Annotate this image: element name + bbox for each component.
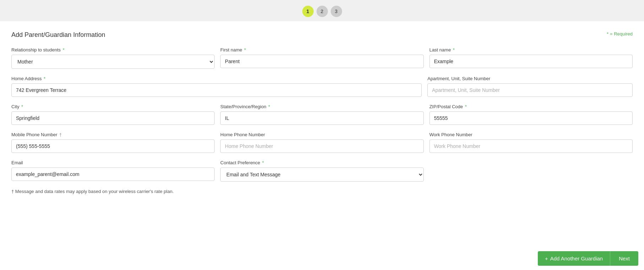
- relationship-label: Relationship to students *: [11, 47, 215, 53]
- work-phone-input[interactable]: [429, 139, 633, 153]
- first-name-required: *: [244, 47, 246, 53]
- home-phone-group: Home Phone Number: [220, 132, 423, 153]
- state-label: State/Province/Region *: [220, 104, 423, 109]
- step-3: 3: [331, 6, 342, 17]
- row-5: Email Contact Preference * Email and Tex…: [11, 160, 633, 182]
- add-guardian-button[interactable]: + Add Another Guardian: [538, 251, 610, 266]
- work-phone-label: Work Phone Number: [429, 132, 633, 137]
- row-1: Relationship to students * Mother Father…: [11, 47, 633, 69]
- state-required: *: [268, 104, 270, 109]
- first-name-group: First name *: [220, 47, 423, 69]
- row-3: City * State/Province/Region * ZIP/Posta…: [11, 104, 633, 125]
- zip-label: ZIP/Postal Code *: [429, 104, 633, 109]
- form-container: Add Parent/Guardian Information * = Requ…: [0, 21, 644, 270]
- home-phone-input[interactable]: [220, 139, 423, 153]
- contact-pref-required: *: [262, 160, 264, 165]
- email-group: Email: [11, 160, 215, 182]
- city-group: City *: [11, 104, 215, 125]
- state-group: State/Province/Region *: [220, 104, 423, 125]
- last-name-input[interactable]: [429, 55, 633, 68]
- apt-group: Apartment, Unit, Suite Number: [427, 76, 633, 97]
- form-header: Add Parent/Guardian Information * = Requ…: [11, 31, 633, 39]
- mobile-group: Mobile Phone Number †: [11, 132, 215, 153]
- mobile-dagger: †: [59, 132, 62, 137]
- city-required: *: [21, 104, 23, 109]
- next-button[interactable]: Next: [610, 251, 638, 266]
- row-2: Home Address * Apartment, Unit, Suite Nu…: [11, 76, 633, 97]
- home-address-label: Home Address *: [11, 76, 422, 81]
- contact-pref-select[interactable]: Email and Text Message Email Only Text M…: [220, 167, 423, 182]
- home-address-group: Home Address *: [11, 76, 422, 97]
- first-name-input[interactable]: [220, 55, 423, 68]
- relationship-select[interactable]: Mother Father Guardian Other: [11, 55, 215, 69]
- step-indicator: 1 2 3: [302, 0, 342, 21]
- row-4: Mobile Phone Number † Home Phone Number …: [11, 132, 633, 153]
- zip-required: *: [465, 104, 467, 109]
- page-title: Add Parent/Guardian Information: [11, 31, 105, 39]
- add-guardian-label: Add Another Guardian: [550, 255, 603, 261]
- mobile-input[interactable]: [11, 139, 215, 153]
- work-phone-group: Work Phone Number: [429, 132, 633, 153]
- apt-input[interactable]: [427, 83, 633, 97]
- zip-input[interactable]: [429, 111, 633, 125]
- email-input[interactable]: [11, 167, 215, 181]
- last-name-label: Last name *: [429, 47, 633, 53]
- email-label: Email: [11, 160, 215, 165]
- disclaimer: † Message and data rates may apply based…: [11, 189, 633, 194]
- plus-icon: +: [545, 255, 548, 261]
- mobile-label: Mobile Phone Number †: [11, 132, 215, 137]
- relationship-group: Relationship to students * Mother Father…: [11, 47, 215, 69]
- home-address-required: *: [44, 76, 45, 81]
- city-input[interactable]: [11, 111, 215, 125]
- last-name-required: *: [453, 47, 455, 53]
- relationship-required: *: [63, 47, 64, 53]
- last-name-group: Last name *: [429, 47, 633, 69]
- home-address-input[interactable]: [11, 83, 422, 97]
- apt-label: Apartment, Unit, Suite Number: [427, 76, 633, 81]
- contact-pref-label: Contact Preference *: [220, 160, 423, 165]
- first-name-label: First name *: [220, 47, 423, 53]
- step-1: 1: [302, 6, 314, 17]
- required-note: * = Required: [607, 31, 633, 37]
- step-2: 2: [316, 6, 328, 17]
- state-input[interactable]: [220, 111, 423, 125]
- home-phone-label: Home Phone Number: [220, 132, 423, 137]
- zip-group: ZIP/Postal Code *: [429, 104, 633, 125]
- footer-buttons: + Add Another Guardian Next: [532, 247, 644, 270]
- city-label: City *: [11, 104, 215, 109]
- contact-pref-group: Contact Preference * Email and Text Mess…: [220, 160, 423, 182]
